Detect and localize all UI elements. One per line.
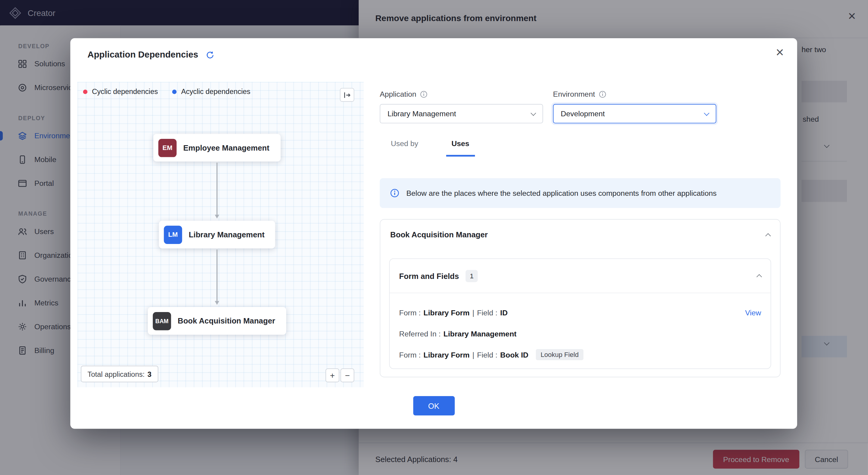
dependency-row: Form : Library Form | Field : ID View — [399, 308, 761, 317]
node-book-acquisition-manager[interactable]: BAM Book Acquisition Manager — [148, 307, 286, 335]
dependency-row: Form : Library Form | Field : Book ID Lo… — [399, 350, 761, 360]
legend-label: Acyclic dependencies — [181, 87, 250, 96]
environment-field-label: Environment — [553, 90, 606, 99]
tab-used-by[interactable]: Used by — [385, 136, 424, 157]
ok-button[interactable]: OK — [413, 396, 455, 415]
row-value: Book ID — [500, 350, 529, 359]
total-applications-box: Total applications: 3 — [81, 366, 158, 382]
node-label: Library Management — [189, 230, 265, 239]
legend-cyclic: Cyclic dependencies — [83, 87, 158, 96]
zoom-in-button[interactable]: + — [326, 368, 339, 382]
expand-panel-button[interactable] — [340, 88, 354, 102]
acyclic-dot-icon — [173, 90, 177, 94]
node-label: Book Acquisition Manager — [178, 316, 275, 325]
total-applications-value: 3 — [147, 370, 151, 378]
dependency-diagram-canvas[interactable]: Cyclic dependencies Acyclic dependencies… — [78, 82, 364, 387]
legend-acyclic: Acyclic dependencies — [173, 87, 250, 96]
row-label: Form : — [399, 308, 421, 317]
group-header[interactable]: Book Acquisition Manager — [380, 219, 780, 249]
screen: Creator DEVELOP Solutions Microservices … — [0, 0, 868, 475]
row-value: Library Form — [424, 350, 470, 359]
close-icon[interactable]: × — [776, 45, 784, 59]
info-icon — [599, 91, 606, 98]
row-label: Referred In : — [399, 330, 441, 338]
row-separator: | — [472, 308, 474, 317]
tabs: Used by Uses — [385, 136, 475, 157]
tab-uses[interactable]: Uses — [446, 136, 475, 157]
node-badge: LM — [164, 225, 182, 244]
info-banner-text: Below are the places where the selected … — [406, 189, 717, 197]
modal-header: Application Dependencies — [87, 50, 214, 60]
legend-label: Cyclic dependencies — [92, 87, 158, 96]
section-title: Form and Fields — [399, 271, 459, 280]
row-value: Library Management — [443, 330, 517, 338]
application-dropdown-value: Library Management — [388, 110, 456, 118]
legend: Cyclic dependencies Acyclic dependencies — [83, 87, 250, 96]
node-badge: BAM — [153, 312, 171, 330]
chevron-up-icon — [765, 233, 771, 238]
info-icon — [420, 91, 427, 98]
node-badge: EM — [158, 139, 177, 157]
row-value: Library Form — [424, 308, 470, 317]
chevron-up-icon — [756, 274, 762, 279]
uses-group-card: Book Acquisition Manager Form and Fields… — [380, 219, 781, 377]
environment-dropdown[interactable]: Development — [553, 104, 716, 123]
environment-dropdown-value: Development — [561, 110, 605, 118]
chevron-down-icon — [704, 110, 709, 116]
application-dependencies-modal: Application Dependencies × Cyclic depend… — [70, 38, 797, 429]
application-field-label: Application — [380, 90, 427, 99]
view-link[interactable]: View — [745, 308, 761, 317]
total-applications-label: Total applications: — [87, 370, 145, 378]
row-label: Field : — [477, 350, 498, 359]
refresh-icon — [206, 50, 214, 59]
node-label: Employee Management — [183, 143, 270, 152]
row-separator: | — [472, 350, 474, 359]
group-title: Book Acquisition Manager — [390, 230, 488, 239]
node-library-management[interactable]: LM Library Management — [159, 221, 275, 248]
chevron-down-icon — [531, 110, 536, 116]
expand-panel-icon — [343, 91, 351, 99]
refresh-button[interactable] — [206, 50, 214, 59]
count-badge: 1 — [466, 270, 478, 282]
row-label: Field : — [477, 308, 498, 317]
zoom-out-button[interactable]: − — [341, 368, 354, 382]
lookup-field-tag: Lookup Field — [535, 349, 584, 360]
dependency-rows: Form : Library Form | Field : ID View Re… — [390, 293, 771, 359]
info-banner: Below are the places where the selected … — [380, 178, 781, 208]
dependency-arrow — [216, 163, 218, 217]
node-employee-management[interactable]: EM Employee Management — [153, 134, 281, 162]
section-header[interactable]: Form and Fields 1 — [390, 259, 771, 293]
application-dropdown[interactable]: Library Management — [380, 104, 543, 123]
dependency-arrow — [216, 249, 218, 303]
modal-title: Application Dependencies — [87, 50, 198, 60]
row-value: ID — [500, 308, 508, 317]
info-icon — [390, 189, 399, 197]
environment-label-text: Environment — [553, 90, 595, 99]
cyclic-dot-icon — [83, 90, 88, 94]
application-label-text: Application — [380, 90, 416, 99]
dependency-row: Referred In : Library Management — [399, 329, 761, 339]
row-label: Form : — [399, 350, 421, 359]
form-and-fields-card: Form and Fields 1 Form : Library Form | … — [389, 259, 771, 369]
